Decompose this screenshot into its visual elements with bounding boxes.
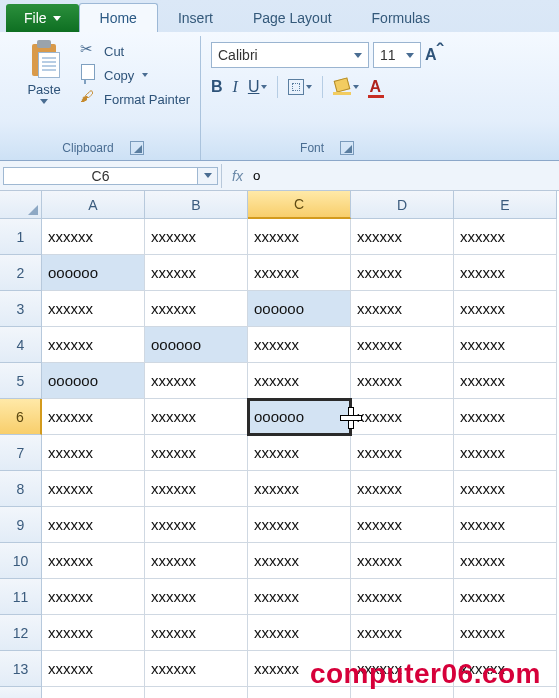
fx-icon[interactable]: fx	[232, 168, 243, 184]
cell[interactable]: xxxxxx	[454, 471, 557, 507]
cell[interactable]: xxxxxx	[351, 219, 454, 255]
italic-button[interactable]: I	[233, 78, 238, 96]
cell[interactable]: xxxxxx	[248, 435, 351, 471]
cell[interactable]: xxxxxx	[454, 399, 557, 435]
fill-color-button[interactable]	[333, 79, 359, 95]
cell[interactable]: xxxxxx	[145, 291, 248, 327]
tab-formulas[interactable]: Formulas	[352, 4, 450, 32]
cell[interactable]: xxxxxx	[248, 543, 351, 579]
cell[interactable]: xxxxxx	[454, 435, 557, 471]
cell[interactable]	[351, 687, 454, 698]
column-header-d[interactable]: D	[351, 191, 454, 219]
cell[interactable]: xxxxxx	[248, 219, 351, 255]
column-header-b[interactable]: B	[145, 191, 248, 219]
cell[interactable]: xxxxxx	[42, 651, 145, 687]
chevron-down-icon[interactable]	[142, 73, 148, 77]
cell[interactable]: xxxxxx	[454, 651, 557, 687]
cell[interactable]: xxxxxx	[351, 291, 454, 327]
cell[interactable]: oooooo	[248, 291, 351, 327]
cell[interactable]: xxxxxx	[145, 255, 248, 291]
cell[interactable]: xxxxxx	[42, 291, 145, 327]
cell[interactable]	[42, 687, 145, 698]
increase-font-button[interactable]: Aˆ	[425, 44, 443, 67]
file-tab[interactable]: File	[6, 4, 79, 32]
paste-button[interactable]: Paste	[16, 38, 72, 138]
cell[interactable]: oooooo	[145, 327, 248, 363]
cell[interactable]: xxxxxx	[248, 615, 351, 651]
cell[interactable]: xxxxxx	[42, 579, 145, 615]
cell[interactable]: xxxxxx	[145, 543, 248, 579]
cell[interactable]: xxxxxx	[145, 579, 248, 615]
name-box-dropdown[interactable]	[198, 167, 218, 185]
cell[interactable]: xxxxxx	[145, 435, 248, 471]
row-header[interactable]: 11	[0, 579, 42, 615]
cut-button[interactable]: Cut	[80, 42, 190, 60]
cell[interactable]: oooooo	[42, 363, 145, 399]
cell[interactable]: xxxxxx	[42, 471, 145, 507]
cell[interactable]: xxxxxx	[145, 399, 248, 435]
cell[interactable]: xxxxxx	[145, 363, 248, 399]
cell[interactable]: xxxxxx	[351, 651, 454, 687]
cell[interactable]: xxxxxx	[42, 543, 145, 579]
cell[interactable]: xxxxxx	[145, 471, 248, 507]
tab-home[interactable]: Home	[79, 3, 158, 32]
cell[interactable]: xxxxxx	[454, 255, 557, 291]
cell[interactable]: xxxxxx	[351, 507, 454, 543]
cell[interactable]: xxxxxx	[42, 435, 145, 471]
cell[interactable]: xxxxxx	[351, 471, 454, 507]
cell[interactable]: xxxxxx	[145, 219, 248, 255]
row-header[interactable]: 2	[0, 255, 42, 291]
row-header[interactable]	[0, 687, 42, 698]
name-box[interactable]: C6	[3, 167, 198, 185]
cell[interactable]: xxxxxx	[454, 327, 557, 363]
cell[interactable]: xxxxxx	[42, 615, 145, 651]
font-color-button[interactable]: A	[369, 78, 381, 96]
row-header[interactable]: 8	[0, 471, 42, 507]
cell[interactable]: xxxxxx	[351, 399, 454, 435]
select-all-corner[interactable]	[0, 191, 42, 219]
cell[interactable]	[145, 687, 248, 698]
cell[interactable]: xxxxxx	[454, 579, 557, 615]
font-launcher-icon[interactable]	[340, 141, 354, 155]
borders-button[interactable]	[288, 79, 312, 95]
cell[interactable]: xxxxxx	[454, 363, 557, 399]
cell[interactable]: xxxxxx	[248, 471, 351, 507]
cell[interactable]: xxxxxx	[248, 363, 351, 399]
clipboard-launcher-icon[interactable]	[130, 141, 144, 155]
row-header[interactable]: 1	[0, 219, 42, 255]
underline-button[interactable]: U	[248, 78, 268, 96]
cell[interactable]: xxxxxx	[248, 507, 351, 543]
cell[interactable]: xxxxxx	[145, 651, 248, 687]
chevron-down-icon[interactable]	[40, 99, 48, 104]
cell[interactable]	[248, 687, 351, 698]
cell[interactable]: xxxxxx	[454, 615, 557, 651]
column-header-e[interactable]: E	[454, 191, 557, 219]
formula-bar-input[interactable]	[253, 165, 559, 187]
column-header-c[interactable]: C	[248, 191, 351, 219]
cell[interactable]	[454, 687, 557, 698]
font-family-combo[interactable]: Calibri	[211, 42, 369, 68]
cell[interactable]: xxxxxx	[454, 291, 557, 327]
cell[interactable]: xxxxxx	[145, 507, 248, 543]
cell[interactable]: xxxxxx	[454, 543, 557, 579]
cell[interactable]: xxxxxx	[42, 219, 145, 255]
column-header-a[interactable]: A	[42, 191, 145, 219]
cell[interactable]: xxxxxx	[42, 399, 145, 435]
copy-button[interactable]: Copy	[80, 66, 190, 84]
tab-insert[interactable]: Insert	[158, 4, 233, 32]
cell[interactable]: xxxxxx	[454, 219, 557, 255]
tab-page-layout[interactable]: Page Layout	[233, 4, 352, 32]
cell[interactable]: xxxxxx	[42, 507, 145, 543]
row-header[interactable]: 3	[0, 291, 42, 327]
cell[interactable]: xxxxxx	[351, 579, 454, 615]
cell[interactable]: xxxxxx	[248, 651, 351, 687]
row-header[interactable]: 13	[0, 651, 42, 687]
cell[interactable]: xxxxxx	[248, 255, 351, 291]
row-header[interactable]: 5	[0, 363, 42, 399]
cell[interactable]: xxxxxx	[351, 435, 454, 471]
row-header[interactable]: 9	[0, 507, 42, 543]
cell[interactable]: xxxxxx	[351, 327, 454, 363]
font-size-combo[interactable]: 11	[373, 42, 421, 68]
cell[interactable]: xxxxxx	[351, 255, 454, 291]
bold-button[interactable]: B	[211, 78, 223, 96]
